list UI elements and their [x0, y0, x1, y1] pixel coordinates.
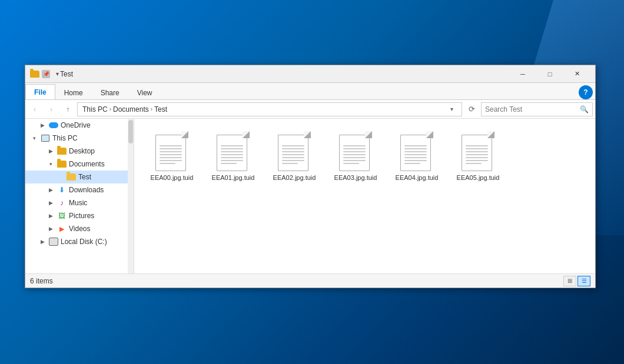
file-icon-4	[400, 131, 433, 171]
expand-icon-desktop: ▶	[47, 147, 55, 155]
file-item-1[interactable]: EEA01.jpg.tuid	[204, 127, 263, 186]
download-icon: ⬇	[57, 185, 67, 195]
sidebar-item-onedrive[interactable]: ▶ OneDrive	[25, 119, 134, 132]
sidebar-label-this-pc: This PC	[52, 134, 78, 142]
sidebar-label-downloads: Downloads	[69, 186, 104, 194]
cloud-icon	[49, 121, 58, 130]
content-area: EEA00.jpg.tuid	[134, 119, 595, 273]
file-explorer-window: 📌 ▾ Test ─ □ ✕ File Home Share View ? ‹ …	[25, 65, 596, 288]
videos-icon: ▶	[57, 224, 67, 233]
minimize-button[interactable]: ─	[509, 65, 536, 83]
expand-icon-documents: ▾	[47, 160, 55, 168]
tab-home[interactable]: Home	[55, 85, 92, 99]
file-name-1: EEA01.jpg.tuid	[212, 173, 255, 182]
file-icon-5	[462, 131, 494, 171]
window-title: Test	[60, 70, 509, 78]
folder-icon-documents	[57, 159, 67, 169]
sidebar-item-local-disk[interactable]: ▶ Local Disk (C:)	[25, 235, 134, 248]
file-name-5: EEA05.jpg.tuid	[457, 173, 500, 182]
file-item-2[interactable]: EEA02.jpg.tuid	[265, 127, 324, 186]
file-item-4[interactable]: EEA04.jpg.tuid	[387, 127, 446, 186]
path-sep-1: ›	[109, 106, 111, 112]
file-item-5[interactable]: EEA05.jpg.tuid	[449, 127, 507, 186]
file-name-0: EEA00.jpg.tuid	[151, 173, 194, 182]
file-item-3[interactable]: EEA03.jpg.tuid	[326, 127, 385, 186]
close-button[interactable]: ✕	[563, 65, 590, 83]
sidebar-label-music: Music	[69, 199, 87, 207]
file-name-4: EEA04.jpg.tuid	[396, 173, 439, 182]
tab-share[interactable]: Share	[92, 85, 128, 99]
music-icon: ♪	[57, 198, 67, 208]
sidebar-label-local-disk: Local Disk (C:)	[61, 238, 107, 246]
tab-view[interactable]: View	[128, 85, 161, 99]
drive-icon	[49, 237, 58, 246]
window-controls: ─ □ ✕	[509, 65, 590, 83]
expand-icon-this-pc: ▾	[30, 134, 38, 142]
computer-icon	[41, 133, 50, 143]
ribbon-tabs: File Home Share View ?	[25, 83, 595, 99]
path-documents: Documents	[113, 105, 149, 113]
address-path[interactable]: This PC › Documents › Test ▾	[77, 102, 462, 116]
path-this-pc: This PC	[82, 105, 108, 113]
back-button[interactable]: ‹	[28, 102, 42, 116]
sidebar-label-onedrive: OneDrive	[61, 121, 91, 129]
pictures-icon: 🖼	[57, 211, 67, 221]
search-box: 🔍	[481, 102, 593, 116]
sidebar-item-music[interactable]: ▶ ♪ Music	[25, 196, 134, 209]
sidebar-item-downloads[interactable]: ▶ ⬇ Downloads	[25, 183, 134, 196]
sidebar-label-videos: Videos	[69, 225, 90, 233]
file-icon-0	[155, 131, 188, 171]
search-input[interactable]	[485, 105, 580, 113]
address-bar: ‹ › ↑ This PC › Documents › Test ▾ ⟳ 🔍	[25, 100, 595, 119]
title-bar: 📌 ▾ Test ─ □ ✕	[25, 65, 595, 83]
expand-icon-downloads: ▶	[47, 186, 55, 194]
search-icon[interactable]: 🔍	[580, 105, 589, 113]
sidebar-item-this-pc[interactable]: ▾ This PC	[25, 132, 134, 145]
file-icon-3	[339, 131, 372, 171]
expand-icon-onedrive: ▶	[38, 121, 47, 129]
refresh-button[interactable]: ⟳	[464, 102, 479, 116]
ribbon: File Home Share View ?	[25, 83, 595, 100]
status-bar: 6 items ⊞ ☰	[25, 273, 595, 288]
sidebar-label-desktop: Desktop	[69, 147, 95, 155]
path-test: Test	[154, 105, 167, 113]
help-button[interactable]: ?	[579, 85, 593, 99]
file-icon-2	[278, 131, 311, 171]
sidebar-scrollbar[interactable]	[128, 119, 134, 273]
expand-icon-videos: ▶	[47, 225, 55, 233]
item-count: 6 items	[30, 277, 563, 285]
folder-icon-desktop	[57, 146, 67, 156]
address-dropdown-icon[interactable]: ▾	[446, 106, 457, 112]
sidebar-item-desktop[interactable]: ▶ Desktop	[25, 145, 134, 158]
sidebar-item-documents[interactable]: ▾ Documents	[25, 158, 134, 171]
view-grid-button[interactable]: ⊞	[563, 276, 576, 286]
path-sep-2: ›	[151, 106, 152, 112]
tab-file[interactable]: File	[25, 84, 55, 99]
sidebar-item-pictures[interactable]: ▶ 🖼 Pictures	[25, 209, 134, 222]
expand-icon-local-disk: ▶	[38, 238, 47, 246]
title-bar-icons: 📌	[30, 70, 50, 78]
title-pin-icon: 📌	[42, 70, 50, 78]
folder-icon-test	[67, 172, 76, 182]
files-grid: EEA00.jpg.tuid	[140, 125, 589, 188]
file-name-3: EEA03.jpg.tuid	[334, 173, 377, 182]
title-separator: ▾	[56, 71, 59, 77]
up-button[interactable]: ↑	[61, 102, 75, 116]
title-folder-icon	[30, 71, 39, 78]
expand-icon-music: ▶	[47, 199, 55, 207]
sidebar-item-test[interactable]: ▶ Test	[25, 171, 134, 183]
main-area: ▶ OneDrive ▾ This PC ▶ Deskto	[25, 119, 595, 273]
view-list-button[interactable]: ☰	[577, 276, 590, 286]
sidebar-label-documents: Documents	[69, 160, 105, 168]
view-buttons: ⊞ ☰	[563, 276, 590, 286]
expand-icon-pictures: ▶	[47, 212, 55, 220]
sidebar-scroll-thumb[interactable]	[128, 120, 133, 143]
file-name-2: EEA02.jpg.tuid	[273, 173, 316, 182]
file-item-0[interactable]: EEA00.jpg.tuid	[142, 127, 201, 186]
forward-button[interactable]: ›	[44, 102, 58, 116]
sidebar: ▶ OneDrive ▾ This PC ▶ Deskto	[25, 119, 134, 273]
sidebar-item-videos[interactable]: ▶ ▶ Videos	[25, 222, 134, 235]
sidebar-label-test: Test	[78, 173, 91, 181]
maximize-button[interactable]: □	[536, 65, 563, 83]
file-icon-1	[217, 131, 250, 171]
